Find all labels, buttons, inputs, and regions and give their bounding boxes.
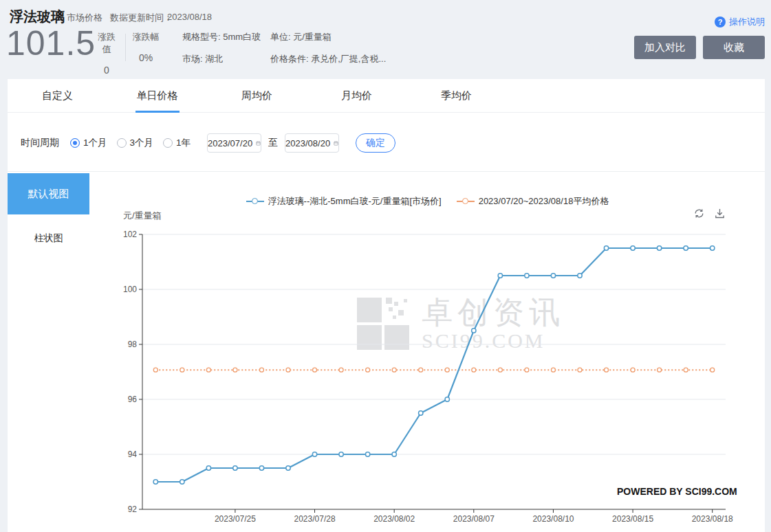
- svg-text:94: 94: [128, 450, 138, 459]
- change-pct-value: 0%: [132, 52, 160, 63]
- to-label: 至: [268, 137, 278, 149]
- spec-line: 规格型号: 5mm白玻: [182, 31, 261, 43]
- svg-text:2023/07/28: 2023/07/28: [294, 514, 336, 524]
- divider: [125, 34, 126, 61]
- svg-text:102: 102: [123, 230, 137, 239]
- radio-dot: [117, 138, 127, 148]
- price-type-label: 市场价格: [67, 12, 102, 24]
- date-from-value: 2023/07/20: [208, 138, 252, 148]
- date-to-input[interactable]: 2023/08/20: [285, 133, 339, 153]
- radio-1-month[interactable]: 1个月: [70, 137, 107, 149]
- sidebar-item-default-view[interactable]: 默认视图: [8, 173, 89, 214]
- svg-text:92: 92: [128, 505, 138, 514]
- svg-text:2023/08/07: 2023/08/07: [453, 514, 495, 524]
- tab-quarterly-avg[interactable]: 季均价: [406, 79, 506, 113]
- market-line: 市场: 湖北: [182, 53, 261, 65]
- question-mark-icon: ?: [715, 16, 726, 27]
- radio-label: 1年: [176, 137, 191, 149]
- date-from-input[interactable]: 2023/07/20: [207, 133, 261, 153]
- radio-1-year[interactable]: 1年: [163, 137, 191, 149]
- unit-block: 单位: 元/重量箱 价格条件: 承兑价,厂提,含税...: [270, 31, 386, 65]
- svg-text:98: 98: [128, 340, 138, 349]
- tab-custom[interactable]: 自定义: [8, 79, 107, 113]
- product-title: 浮法玻璃: [10, 8, 65, 26]
- radio-label: 3个月: [130, 137, 154, 149]
- tab-daily-price[interactable]: 单日价格: [107, 79, 207, 113]
- update-time-label: 数据更新时间：: [110, 12, 173, 24]
- change-value-block: 涨跌值 0: [94, 31, 120, 76]
- tab-weekly-avg[interactable]: 周均价: [207, 79, 307, 113]
- svg-text:2023/08/02: 2023/08/02: [373, 514, 415, 524]
- svg-text:2023/07/25: 2023/07/25: [215, 514, 256, 524]
- unit-line: 单位: 元/重量箱: [270, 31, 386, 43]
- tab-bar: 自定义 单日价格 周均价 月均价 季均价: [8, 79, 765, 113]
- chart-section: 默认视图 柱状图 浮法玻璃--湖北-5mm白玻-元/重量箱[市场价] 2023/…: [8, 172, 765, 532]
- radio-dot: [70, 138, 80, 148]
- period-label: 时间周期: [21, 137, 59, 149]
- svg-text:2023/08/10: 2023/08/10: [532, 514, 574, 524]
- date-to-value: 2023/08/20: [285, 138, 330, 148]
- change-value: 0: [94, 65, 120, 76]
- tab-monthly-avg[interactable]: 月均价: [307, 79, 406, 113]
- spec-block: 规格型号: 5mm白玻 市场: 湖北: [182, 31, 261, 65]
- radio-3-month[interactable]: 3个月: [117, 137, 154, 149]
- svg-text:2023/08/18: 2023/08/18: [692, 514, 733, 524]
- radio-dot: [163, 138, 173, 148]
- current-price: 101.5: [6, 25, 96, 62]
- change-pct-label: 涨跌幅: [132, 31, 160, 43]
- change-pct-block: 涨跌幅 0%: [132, 31, 160, 63]
- sidebar-item-bar-view[interactable]: 柱状图: [8, 232, 89, 245]
- svg-text:96: 96: [128, 395, 138, 404]
- add-compare-button[interactable]: 加入对比: [634, 36, 696, 59]
- powered-by-label: POWERED BY SCI99.COM: [617, 486, 737, 497]
- svg-text:100: 100: [123, 285, 137, 294]
- calendar-icon: [334, 139, 338, 148]
- favorite-button[interactable]: 收藏: [703, 36, 765, 59]
- help-link[interactable]: ? 操作说明: [715, 16, 765, 28]
- radio-label: 1个月: [83, 137, 107, 149]
- price-line-chart[interactable]: 929496981001022023/07/252023/07/282023/0…: [90, 172, 765, 529]
- change-value-label: 涨跌值: [94, 31, 120, 56]
- filter-bar: 时间周期 1个月 3个月 1年 2023/07/20 至 2023/08/20 …: [21, 133, 395, 153]
- calendar-icon: [256, 139, 261, 148]
- page-header: 浮法玻璃 市场价格 数据更新时间： 2023/08/18 101.5 涨跌值 0…: [0, 0, 771, 79]
- confirm-button[interactable]: 确定: [356, 133, 395, 153]
- help-label: 操作说明: [729, 16, 765, 28]
- update-time-value: 2023/08/18: [167, 12, 212, 22]
- main-panel: 自定义 单日价格 周均价 月均价 季均价 时间周期 1个月 3个月 1年 202…: [8, 79, 765, 532]
- condition-line: 价格条件: 承兑价,厂提,含税...: [270, 53, 386, 65]
- svg-text:2023/08/15: 2023/08/15: [612, 514, 653, 524]
